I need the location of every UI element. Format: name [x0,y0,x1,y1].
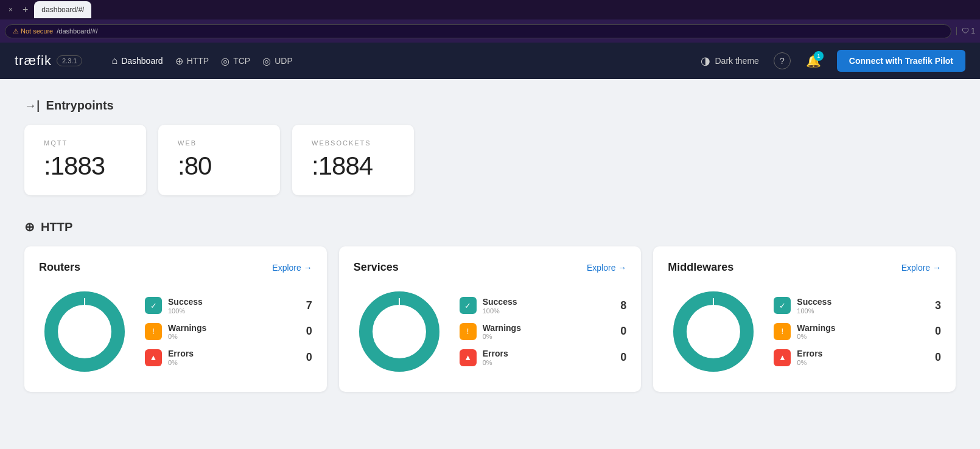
middlewares-errors-count: 0 [929,351,941,364]
middlewares-warnings-label-group: Warnings 0% [797,323,923,341]
middlewares-errors-row: ▲ Errors 0% 0 [774,349,941,366]
routers-title: Routers [39,261,80,274]
tab-close-icon[interactable]: × [5,4,16,15]
middlewares-errors-label-group: Errors 0% [797,349,923,366]
services-errors-row: ▲ Errors 0% 0 [460,349,627,366]
routers-errors-count: 0 [300,351,312,364]
services-error-icon: ▲ [460,349,477,366]
middlewares-success-row: ✓ Success 100% 3 [774,297,941,315]
active-tab[interactable]: dashboard/#/ [34,1,91,18]
routers-success-count: 7 [300,299,312,312]
address-bar[interactable]: ⚠ Not secure /dashboard/#/ [5,24,951,38]
routers-explore-link[interactable]: Explore → [272,263,312,273]
app-header: træfik 2.3.1 ⌂ Dashboard ⊕ HTTP ◎ TCP ◎ … [0,43,980,79]
entrypoint-mqtt[interactable]: MQTT :1883 [24,125,146,195]
entrypoint-websockets[interactable]: WEBSOCKETS :1884 [292,125,414,195]
globe-icon: ⊕ [175,55,183,67]
nav-udp[interactable]: ◎ UDP [257,53,298,69]
entrypoints-row: MQTT :1883 WEB :80 WEBSOCKETS :1884 [24,125,956,195]
entrypoint-mqtt-label: MQTT [44,139,127,147]
services-success-icon: ✓ [460,297,477,314]
routers-errors-label-group: Errors 0% [168,349,294,366]
services-warnings-label-group: Warnings 0% [483,323,609,341]
dark-theme-toggle[interactable]: ◑ Dark theme [701,54,759,68]
middlewares-explore-link[interactable]: Explore → [901,263,941,273]
services-success-label-group: Success 100% [483,297,609,315]
middlewares-donut [668,286,759,377]
entrypoint-websockets-port: :1884 [312,151,394,181]
tab-label: dashboard/#/ [41,5,84,14]
not-secure-indicator: ⚠ Not secure [13,27,53,35]
services-stats-list: ✓ Success 100% 8 ! Warnings [460,297,627,366]
services-warnings-count: 0 [614,325,626,338]
services-warnings-row: ! Warnings 0% 0 [460,323,627,341]
entrypoint-websockets-label: WEBSOCKETS [312,139,394,147]
middlewares-card-header: Middlewares Explore → [668,261,941,274]
services-errors-count: 0 [614,351,626,364]
entrypoints-section-title: →| Entrypoints [24,99,956,113]
address-bar-row: ⚠ Not secure /dashboard/#/ 🛡 1 [0,19,980,43]
services-title: Services [354,261,399,274]
tcp-icon: ◎ [221,55,229,67]
middlewares-warning-icon: ! [774,323,791,340]
home-icon: ⌂ [111,55,117,66]
routers-success-icon: ✓ [145,297,162,314]
middlewares-warnings-row: ! Warnings 0% 0 [774,323,941,341]
udp-icon: ◎ [262,55,271,67]
middlewares-title: Middlewares [668,261,733,274]
notifications-button[interactable]: 🔔 1 [805,52,822,69]
entrypoint-mqtt-port: :1883 [44,151,127,181]
entrypoints-icon: →| [24,99,40,113]
middlewares-error-icon: ▲ [774,349,791,366]
routers-warning-icon: ! [145,323,162,340]
logo-text: træfik [15,53,52,69]
routers-success-row: ✓ Success 100% 7 [145,297,312,315]
entrypoint-web-label: WEB [178,139,261,147]
services-card-header: Services Explore → [354,261,627,274]
routers-card-header: Routers Explore → [39,261,312,274]
http-globe-icon: ⊕ [24,220,35,234]
tab-add-icon[interactable]: + [19,3,32,16]
http-cards-row: Routers Explore → ✓ [24,246,956,392]
services-card-body: ✓ Success 100% 8 ! Warnings [354,286,627,377]
middlewares-card-body: ✓ Success 100% 3 ! Warnings [668,286,941,377]
middlewares-success-icon: ✓ [774,297,791,314]
browser-tab-bar: × + dashboard/#/ [0,0,980,19]
services-warning-icon: ! [460,323,477,340]
logo-area: træfik 2.3.1 [15,53,82,69]
nav-http[interactable]: ⊕ HTTP [170,53,214,69]
routers-stats-list: ✓ Success 100% 7 ! Warnings [145,297,312,366]
help-button[interactable]: ? [774,52,791,69]
routers-card-body: ✓ Success 100% 7 ! Warnings [39,286,312,377]
main-nav: ⌂ Dashboard ⊕ HTTP ◎ TCP ◎ UDP [107,53,297,69]
middlewares-success-label-group: Success 100% [797,297,923,315]
routers-warnings-label-group: Warnings 0% [168,323,294,341]
http-section-title: ⊕ HTTP [24,220,956,234]
services-card: Services Explore → ✓ [339,246,642,392]
entrypoint-web[interactable]: WEB :80 [158,125,280,195]
entrypoint-web-port: :80 [178,151,261,181]
middlewares-warnings-count: 0 [929,325,941,338]
url-text: /dashboard/#/ [57,27,97,35]
routers-warnings-row: ! Warnings 0% 0 [145,323,312,341]
routers-success-label-group: Success 100% [168,297,294,315]
nav-dashboard[interactable]: ⌂ Dashboard [107,53,167,69]
routers-error-icon: ▲ [145,349,162,366]
nav-tcp[interactable]: ◎ TCP [216,53,255,69]
theme-icon: ◑ [701,54,710,68]
main-content: →| Entrypoints MQTT :1883 WEB :80 WEBSOC… [0,79,980,427]
brave-icon: 🛡 1 [956,27,975,35]
version-badge: 2.3.1 [57,55,82,66]
notifications-badge: 1 [814,51,824,61]
middlewares-success-count: 3 [929,299,941,312]
routers-errors-row: ▲ Errors 0% 0 [145,349,312,366]
connect-pilot-button[interactable]: Connect with Traefik Pilot [837,50,965,72]
services-donut [354,286,445,377]
services-errors-label-group: Errors 0% [483,349,609,366]
services-explore-link[interactable]: Explore → [587,263,626,273]
routers-donut [39,286,130,377]
services-success-row: ✓ Success 100% 8 [460,297,627,315]
routers-card: Routers Explore → ✓ [24,246,327,392]
services-success-count: 8 [614,299,626,312]
middlewares-stats-list: ✓ Success 100% 3 ! Warnings [774,297,941,366]
